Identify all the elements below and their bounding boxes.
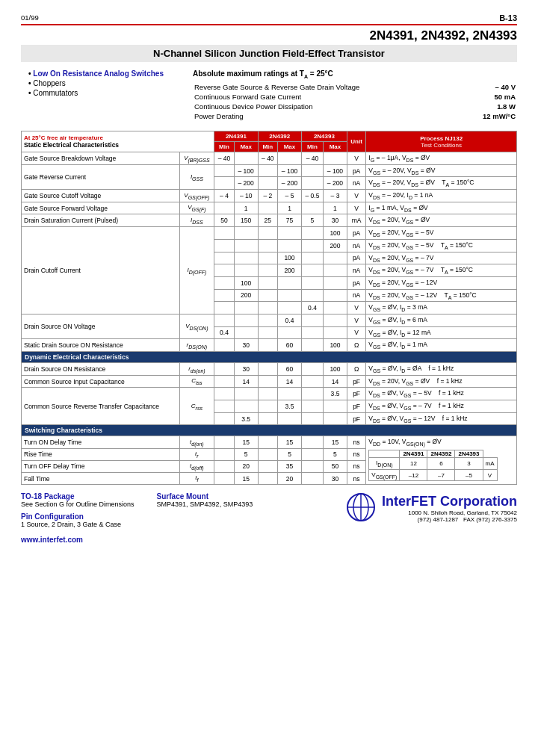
idoff-7-4391-max [234,302,258,315]
tdoff-4393-min [301,460,323,472]
row-vgsf: Gate Source Forward Voltage VGS(F) 1 1 1… [22,202,517,214]
vgsf-4391-max: 1 [234,202,258,214]
symbol-vbrgss: V(BR)GSS [179,152,214,165]
main-table-wrapper: At 25°C free air temperature Static Elec… [21,131,517,485]
igss-4392-min-2 [258,177,278,190]
idoff-7-4392-min [258,302,278,315]
idoff-7-cond: VGS = ØV, ID = 3 mA [366,302,517,315]
idoff-3-4393-max [324,252,347,264]
row-igss-1: Gate Reverse Current IGSS – 100 – 100 – … [22,164,517,177]
igss-4393-min-2 [301,177,323,190]
idoff-3-4392-min [258,252,278,264]
vdson-1-4391-min [214,314,235,326]
symbol-idoff: ID(OFF) [179,227,214,315]
param-ciss: Common Source Input Capacitance [22,375,180,388]
vgsoff-unit: V [347,190,365,202]
idoff-4-4393-min [301,264,323,277]
idoff-5-4392-max [278,276,302,289]
tdoff-4392-min [258,460,278,472]
rds-dyn-cond: VGS = ØV, ID = ØA f = 1 kHz [366,363,517,376]
crss-3-4391-max: 3.5 [234,412,258,425]
col-2n4392-min: Min [258,142,278,152]
tdon-4393-min [301,436,323,448]
tf-4391-min [214,473,235,485]
col-unit: Unit [347,131,365,152]
rds-dyn-4391-max: 30 [234,363,258,376]
row-vgsoff: Gate Source Cutoff Voltage VGS(OFF) – 4 … [22,190,517,202]
vbrgss-4391-min: – 40 [214,152,235,165]
crss-1-4393-min [301,388,323,400]
symbol-ciss: Ciss [179,375,214,388]
tdoff-4391-max: 20 [234,460,258,472]
param-tdon: Turn ON Delay Time [22,436,180,448]
interfet-phone: (972) 487-1287 FAX (972) 276-3375 [382,516,517,523]
col-2n4393-max: Max [324,142,347,152]
vgsoff-4391-max: – 10 [234,190,258,202]
idoff-5-4391-max: 100 [234,276,258,289]
rds-dyn-4392-max: 60 [278,363,302,376]
crss-3-4391-min [214,412,235,425]
idoff-5-4393-min [301,276,323,289]
idss-4391-min: 50 [214,214,235,227]
idoff-5-unit: pA [347,276,365,289]
crss-2-unit: pF [347,400,365,413]
idoff-1-4393-min [301,227,323,240]
idoff-4-unit: nA [347,264,365,277]
idoff-6-unit: nA [347,289,365,302]
param-tf: Fall Time [22,473,180,485]
row-rds-dyn: Drain Source ON Resistance rds(on) 30 60… [22,363,517,376]
abs-param-4: Power Derating [194,112,418,120]
idss-4392-max: 75 [278,214,302,227]
website[interactable]: www.interfet.com [21,536,294,544]
idoff-2-cond: VDS = 20V, VGS = – 5V TA = 150°C [366,239,517,252]
symbol-rdson: rDS(ON) [179,339,214,352]
pin-config-desc: 1 Source, 2 Drain, 3 Gate & Case [21,521,294,528]
idoff-7-4393-min: 0.4 [301,302,323,315]
tf-4393-max: 30 [324,473,347,485]
param-igss: Gate Reverse Current [22,164,180,189]
vgsoff-4393-max: – 3 [324,190,347,202]
vdson-1-4393-min [301,314,323,326]
ciss-4393-max: 14 [324,375,347,388]
vgsf-4393-max: 1 [324,202,347,214]
ciss-4392-max: 14 [278,375,302,388]
tdoff-unit: ns [347,460,365,472]
crss-2-cond: VDS = ØV, VGS = – 7V f = 1 kHz [366,400,517,413]
param-tdoff: Turn OFF Delay Time [22,460,180,472]
rdson-4391-min [214,339,235,352]
crss-3-4393-min [301,412,323,425]
idss-4393-min: 5 [301,214,323,227]
idoff-1-4391-max [234,227,258,240]
symbol-vgsoff: VGS(OFF) [179,190,214,202]
vbrgss-cond: IG = – 1μA, VDS = ØV [366,152,517,165]
symbol-tf: tf [179,473,214,485]
param-vdson: Drain Source ON Voltage [22,314,180,338]
vgsf-4393-min [301,202,323,214]
header-code: B-13 [499,13,517,22]
static-elec-label: Static Electrical Characteristics [24,141,211,149]
rds-dyn-4393-min [301,363,323,376]
igss-4392-min-1 [258,164,278,177]
abs-row-2: Continuous Forward Gate Current 50 mA [194,93,516,101]
crss-2-4393-max [324,400,347,413]
vgsoff-cond: VDS = – 20V, ID = 1 nA [366,190,517,202]
tdoff-4392-max: 35 [278,460,302,472]
abs-ratings: Absolute maximum ratings at TA = 25°C Re… [193,69,517,122]
abs-value-1: – 40 V [420,83,516,91]
vdson-1-unit: V [347,314,365,326]
table-col-group-row: At 25°C free air temperature Static Elec… [22,131,517,142]
crss-1-4391-min [214,388,235,400]
crss-2-4392-min [258,400,278,413]
feature-2-text: Choppers [33,79,65,87]
rds-dyn-4391-min [214,363,235,376]
idoff-7-unit: V [347,302,365,315]
idoff-2-4393-max: 200 [324,239,347,252]
param-rdson: Static Drain Source ON Resistance [22,339,180,352]
feature-item-2: Choppers [28,79,185,87]
row-switching-header: Switching Characteristics [22,425,517,436]
abs-value-2: 50 mA [420,93,516,101]
idoff-2-4392-min [258,239,278,252]
igss-unit-1: pA [347,164,365,177]
idoff-3-4393-min [301,252,323,264]
tr-unit: ns [347,448,365,460]
